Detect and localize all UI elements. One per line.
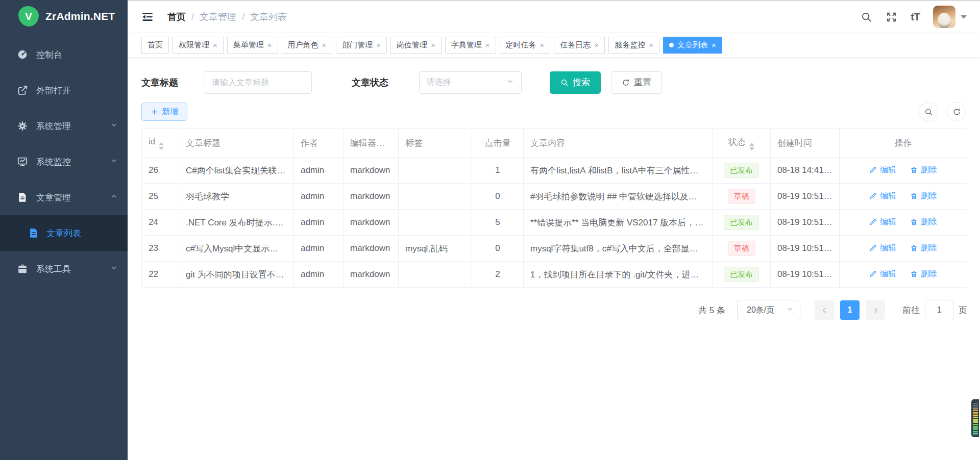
delete-button[interactable]: 删除 <box>910 165 937 175</box>
delete-button[interactable]: 删除 <box>910 269 937 279</box>
breadcrumb-section: 文章管理 <box>200 11 236 23</box>
close-icon[interactable]: × <box>485 41 490 49</box>
close-icon[interactable]: × <box>431 41 435 49</box>
close-icon[interactable]: × <box>322 41 327 49</box>
add-button[interactable]: 新增 <box>141 103 187 121</box>
page-content: 文章标题 文章状态 请选择 搜索 重置 <box>128 57 980 460</box>
table-row[interactable]: 25 羽毛球教学 admin markdown 0 #羽毛球拍参数说明 ## 中… <box>142 184 967 210</box>
table-row[interactable]: 24 .NET Core 发布时提示.NET... admin markdown… <box>142 210 967 236</box>
page-unit-label: 页 <box>959 304 967 316</box>
edit-button[interactable]: 编辑 <box>869 243 896 253</box>
column-header-status[interactable]: 状态 <box>713 129 771 158</box>
tab-post[interactable]: 岗位管理× <box>390 37 442 54</box>
breadcrumb-separator: / <box>242 12 244 22</box>
reset-button[interactable]: 重置 <box>611 71 662 94</box>
column-header-actions: 操作 <box>840 129 967 158</box>
sidebar-item-label: 系统工具 <box>36 263 71 275</box>
refresh-table-button[interactable] <box>947 102 966 121</box>
next-page-button[interactable] <box>866 300 885 320</box>
search-button[interactable]: 搜索 <box>550 71 601 94</box>
tab-department[interactable]: 部门管理× <box>336 37 387 54</box>
close-icon[interactable]: × <box>376 41 381 49</box>
page-size-select[interactable]: 20条/页 <box>737 300 800 320</box>
status-filter-select[interactable]: 请选择 <box>419 71 522 94</box>
sidebar-item-system-monitor[interactable]: 系统监控 <box>0 144 128 180</box>
toggle-search-button[interactable] <box>919 102 938 121</box>
text-size-icon[interactable]: tT <box>911 11 920 23</box>
table-row[interactable]: 22 git 为不同的项目设置不同... admin markdown 2 1，… <box>142 262 967 288</box>
sidebar-item-article-admin[interactable]: 文章管理 <box>0 180 128 215</box>
filter-form: 文章标题 文章状态 请选择 搜索 重置 <box>141 70 967 95</box>
chevron-up-icon <box>110 192 117 202</box>
edge-meter-widget[interactable] <box>971 399 979 437</box>
delete-button[interactable]: 删除 <box>910 191 937 201</box>
page-number-button[interactable]: 1 <box>840 300 860 320</box>
tab-task-log[interactable]: 任务日志× <box>554 37 605 54</box>
breadcrumb-page: 文章列表 <box>250 11 287 23</box>
trash-icon <box>910 244 918 252</box>
close-icon[interactable]: × <box>213 41 217 49</box>
chevron-down-icon <box>110 157 117 167</box>
column-header-id[interactable]: id <box>142 129 179 158</box>
edit-button[interactable]: 编辑 <box>869 165 896 175</box>
sidebar-item-label: 文章列表 <box>46 227 81 239</box>
trash-icon <box>910 192 918 200</box>
tab-home[interactable]: 首页 <box>141 37 169 54</box>
title-filter-label: 文章标题 <box>141 76 178 89</box>
tab-user-role[interactable]: 用户角色× <box>282 37 333 54</box>
status-filter-label: 文章状态 <box>352 76 388 89</box>
edit-button[interactable]: 编辑 <box>869 191 896 201</box>
search-icon[interactable] <box>861 11 872 23</box>
sidebar-item-system-tools[interactable]: 系统工具 <box>0 251 128 287</box>
sidebar-item-dashboard[interactable]: 控制台 <box>0 37 128 72</box>
articles-table: id 文章标题 作者 编辑器类型 标签 点击量 文章内容 状态 创建时间 操作 <box>141 129 967 288</box>
column-header-author: 作者 <box>294 129 344 158</box>
caret-down-icon <box>961 15 967 19</box>
edit-button[interactable]: 编辑 <box>869 269 896 279</box>
prev-page-button[interactable] <box>815 300 834 320</box>
tab-service-monitor[interactable]: 服务监控× <box>608 37 659 54</box>
fullscreen-icon[interactable] <box>886 11 897 23</box>
sidebar-item-article-list[interactable]: 文章列表 <box>0 215 128 251</box>
tab-menu-admin[interactable]: 菜单管理× <box>227 37 278 54</box>
delete-button[interactable]: 删除 <box>910 217 937 227</box>
document-icon <box>17 192 28 203</box>
delete-button[interactable]: 删除 <box>910 243 937 253</box>
edit-button[interactable]: 编辑 <box>869 217 896 227</box>
tab-cron-task[interactable]: 定时任务× <box>500 37 551 54</box>
close-icon[interactable]: × <box>649 41 653 49</box>
column-header-tags: 标签 <box>399 129 472 158</box>
goto-page-input[interactable] <box>925 300 953 320</box>
external-link-icon <box>17 85 28 96</box>
avatar[interactable] <box>933 6 955 28</box>
close-icon[interactable]: × <box>267 41 272 49</box>
table-toolbar: 新增 <box>141 102 967 121</box>
close-icon[interactable]: × <box>712 41 716 49</box>
dashboard-icon <box>17 49 28 60</box>
tab-dictionary[interactable]: 字典管理× <box>445 37 496 54</box>
refresh-icon <box>622 79 630 87</box>
close-icon[interactable]: × <box>540 41 545 49</box>
sort-icon[interactable] <box>749 143 754 150</box>
chevron-down-icon <box>110 264 117 274</box>
close-icon[interactable]: × <box>594 41 599 49</box>
breadcrumb-home[interactable]: 首页 <box>167 11 186 23</box>
sidebar-item-label: 外部打开 <box>36 85 71 96</box>
table-row[interactable]: 26 C#两个list集合实现关联，... admin markdown 1 有… <box>142 158 967 184</box>
pencil-icon <box>869 192 877 200</box>
table-row[interactable]: 23 c#写入Mysql中文显示乱码 ... admin markdown my… <box>142 236 967 262</box>
chevron-down-icon <box>506 78 514 87</box>
sidebar-item-system-admin[interactable]: 系统管理 <box>0 108 128 144</box>
app-logo[interactable]: V ZrAdmin.NET <box>0 0 128 33</box>
sidebar-item-external-open[interactable]: 外部打开 <box>0 72 128 108</box>
sidebar-collapse-icon[interactable] <box>141 10 154 23</box>
trash-icon <box>910 166 918 174</box>
pencil-icon <box>869 244 877 252</box>
tab-article-list[interactable]: 文章列表× <box>663 37 722 54</box>
tab-permission[interactable]: 权限管理× <box>173 37 224 54</box>
title-filter-input[interactable] <box>204 71 312 94</box>
sort-icon[interactable] <box>159 142 164 150</box>
user-menu[interactable] <box>933 6 967 28</box>
meter-stripes-icon <box>973 402 978 435</box>
sidebar-item-label: 控制台 <box>36 49 62 61</box>
